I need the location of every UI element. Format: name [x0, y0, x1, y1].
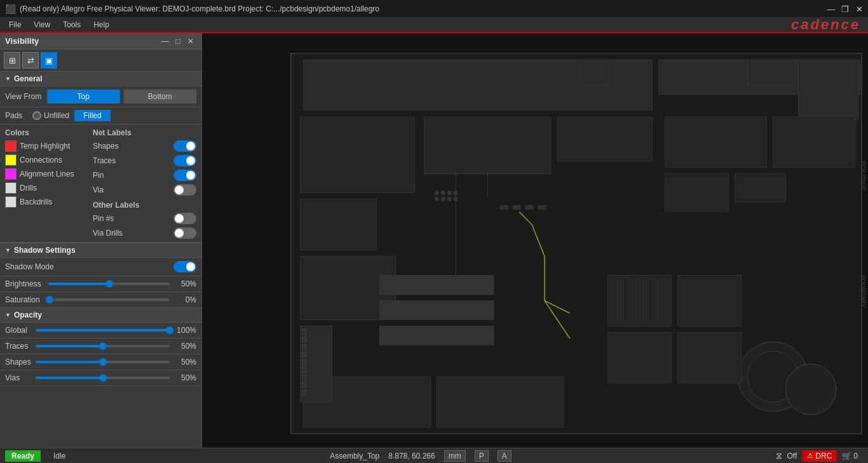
via-toggle[interactable] [173, 184, 196, 196]
shapes-label: Shapes [93, 142, 119, 151]
traces-toggle-row: Traces [93, 155, 196, 166]
svg-rect-26 [526, 206, 533, 210]
traces-opacity-row: Traces 50% [0, 339, 201, 354]
panel-restore-button[interactable]: □ [172, 36, 184, 47]
close-button[interactable]: ✕ [853, 3, 865, 15]
temp-highlight-swatch[interactable] [5, 140, 17, 152]
drc-button[interactable]: ⚠ DRC [802, 450, 837, 462]
traces-opacity-slider[interactable] [36, 345, 170, 347]
svg-rect-8 [424, 117, 551, 174]
menu-file[interactable]: File [3, 19, 27, 30]
cart-count: 0 [853, 452, 858, 460]
svg-point-50 [441, 198, 445, 201]
traces-opacity-value: 50% [173, 342, 196, 351]
filter-icon: ⧖ [776, 450, 782, 461]
traces-label: Traces [93, 156, 116, 165]
view-top-button[interactable]: Top [47, 90, 120, 104]
backdrills-label: Backdrills [20, 198, 52, 206]
shadow-mode-toggle[interactable] [173, 261, 196, 272]
unfilled-radio-circle [32, 111, 41, 120]
global-value: 100% [173, 326, 196, 335]
saturation-slider[interactable] [48, 299, 170, 301]
connections-label: Connections [20, 156, 62, 164]
svg-point-47 [447, 191, 451, 195]
unit-p-button[interactable]: P [475, 450, 489, 462]
unit-a-button[interactable]: A [498, 450, 512, 462]
colors-netlabels-section: Colors Temp Highlight Connections Alignm… [0, 124, 201, 243]
brightness-slider[interactable] [48, 283, 170, 285]
filled-button[interactable]: Filled [74, 110, 111, 121]
filter-label: Off [787, 452, 797, 460]
shadow-label: Shadow Settings [14, 246, 76, 255]
svg-point-48 [454, 191, 458, 195]
traces-toggle[interactable] [173, 155, 196, 166]
shadow-settings-header[interactable]: ▼ Shadow Settings [0, 243, 201, 258]
svg-rect-15 [665, 174, 729, 212]
shapes-opacity-label: Shapes [5, 358, 32, 366]
menu-view[interactable]: View [27, 19, 57, 30]
drills-swatch[interactable] [5, 182, 17, 194]
status-center: Assembly_Top 8.878, 60.266 mm P A [71, 450, 770, 462]
shapes-opacity-slider[interactable] [36, 361, 170, 363]
opacity-section-header[interactable]: ▼ Opacity [0, 308, 201, 323]
colors-col: Colors Temp Highlight Connections Alignm… [0, 128, 88, 242]
display-icon-button[interactable]: ▣ [41, 52, 57, 69]
unit-mm-button[interactable]: mm [444, 450, 466, 462]
svg-rect-36 [302, 344, 306, 349]
menu-help[interactable]: Help [87, 19, 116, 30]
view-bottom-button[interactable]: Bottom [124, 90, 197, 104]
svg-rect-23 [678, 332, 742, 383]
svg-rect-73 [581, 60, 609, 85]
menubar: File View Tools Help cadence [0, 18, 868, 33]
panel-minimize-button[interactable]: — [159, 36, 171, 47]
pinns-toggle[interactable] [173, 213, 196, 224]
svg-point-46 [441, 191, 445, 195]
temp-highlight-label: Temp Highlight [20, 142, 70, 151]
titlebar-text: (Read only) Allegro Free Physical Viewer… [20, 4, 863, 13]
svg-text:BOUNDARY: BOUNDARY [860, 275, 867, 307]
pinns-label: Pin #s [93, 214, 114, 223]
svg-rect-42 [302, 390, 306, 395]
panel-close-button[interactable]: ✕ [185, 36, 196, 47]
layers-icon-button[interactable]: ⊞ [4, 52, 20, 69]
restore-button[interactable]: ❐ [839, 3, 851, 15]
statusbar: Ready Idle Assembly_Top 8.878, 60.266 mm… [0, 448, 868, 463]
netlabels-col: Net Labels Shapes Traces Pin [88, 128, 201, 242]
visibility-panel: Visibility — □ ✕ ⊞ ⇄ ▣ ▼ General View Fr… [0, 33, 202, 448]
titlebar: ⬛ (Read only) Allegro Free Physical View… [0, 0, 868, 18]
drc-label: DRC [815, 452, 832, 460]
svg-rect-13 [665, 117, 767, 168]
svg-point-19 [785, 364, 836, 415]
general-section-header[interactable]: ▼ General [0, 72, 201, 86]
general-label: General [14, 74, 43, 83]
pin-toggle-row: Pin [93, 170, 196, 181]
svg-text:PCB EDGE: PCB EDGE [860, 161, 867, 191]
pads-label: Pads [5, 111, 27, 120]
menu-tools[interactable]: Tools [57, 19, 87, 30]
viadrills-toggle[interactable] [173, 227, 196, 239]
netlabels-header: Net Labels [93, 128, 196, 137]
unfilled-radio[interactable]: Unfilled [32, 111, 69, 120]
shapes-toggle[interactable] [173, 140, 196, 152]
general-arrow: ▼ [5, 76, 11, 82]
minimize-button[interactable]: — [825, 3, 837, 15]
brightness-label: Brightness [5, 279, 44, 288]
brightness-row: Brightness 50% [0, 276, 201, 292]
backdrills-swatch[interactable] [5, 196, 17, 208]
svg-rect-6 [301, 199, 377, 250]
vias-opacity-slider[interactable] [36, 377, 170, 379]
via-toggle-row: Via [93, 184, 196, 196]
svg-rect-21 [678, 275, 742, 326]
pin-toggle[interactable] [173, 170, 196, 181]
svg-rect-25 [513, 206, 520, 210]
app-icon: ⬛ [5, 4, 16, 14]
pcb-canvas[interactable]: PCB EDGE BOUNDARY [202, 33, 868, 448]
layer-name: Assembly_Top [330, 452, 379, 460]
svg-rect-10 [379, 275, 494, 294]
global-slider[interactable] [36, 329, 170, 332]
flip-icon-button[interactable]: ⇄ [22, 52, 39, 69]
other-labels-header: Other Labels [93, 201, 196, 210]
opacity-label: Opacity [14, 311, 42, 319]
connections-swatch[interactable] [5, 154, 17, 166]
alignment-swatch[interactable] [5, 168, 17, 180]
